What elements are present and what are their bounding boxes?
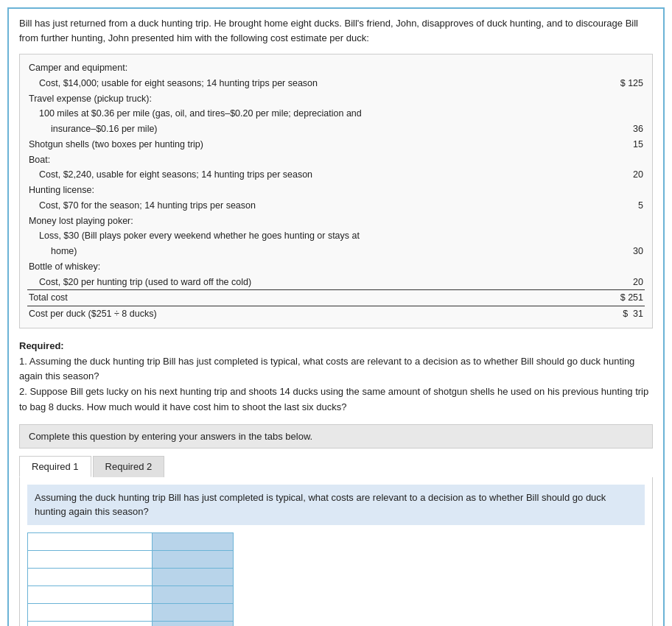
tab-required-1[interactable]: Required 1 xyxy=(19,456,91,477)
item-amount xyxy=(601,91,645,107)
answer-input-cell-2[interactable] xyxy=(153,550,234,568)
tab-required-1-label: Required 1 xyxy=(32,461,79,472)
cost-per-duck-row: Cost per duck ($251 ÷ 8 ducks) $ 31 xyxy=(27,306,645,322)
answer-label-4 xyxy=(28,585,153,603)
answer-row-1 xyxy=(28,532,234,550)
item-label: home) xyxy=(27,244,601,259)
tab-content-required-1: Assuming the duck hunting trip Bill has … xyxy=(19,477,653,626)
item-amount: 36 xyxy=(601,122,645,137)
answer-label-1 xyxy=(28,532,153,550)
item-amount xyxy=(601,106,645,122)
required-q2: 2. Suppose Bill gets lucky on his next h… xyxy=(19,384,653,415)
total-label: Total cost xyxy=(27,290,601,306)
item-amount: 20 xyxy=(601,167,645,183)
answer-input-3[interactable] xyxy=(155,572,230,583)
item-label: Cost, $2,240, usable for eight seasons; … xyxy=(27,167,601,183)
table-row: Cost, $14,000; usable for eight seasons;… xyxy=(27,76,645,91)
item-label: insurance–$0.16 per mile) xyxy=(27,122,601,137)
table-row: Cost, $20 per hunting trip (used to ward… xyxy=(27,275,645,290)
table-row: Travel expense (pickup truck): xyxy=(27,91,645,107)
item-label: Boat: xyxy=(27,152,601,168)
answer-row-3 xyxy=(28,568,234,585)
item-amount: 30 xyxy=(601,244,645,259)
item-label: Cost, $20 per hunting trip (used to ward… xyxy=(27,275,601,290)
item-amount xyxy=(601,259,645,275)
answer-input-1[interactable] xyxy=(155,537,230,547)
table-row: Cost, $2,240, usable for eight seasons; … xyxy=(27,167,645,183)
tab-required-2[interactable]: Required 2 xyxy=(93,456,165,477)
total-row: Total cost $ 251 xyxy=(27,290,645,306)
tab1-description: Assuming the duck hunting trip Bill has … xyxy=(27,485,645,525)
main-container: Bill has just returned from a duck hunti… xyxy=(7,7,665,626)
item-label: Loss, $30 (Bill plays poker every weeken… xyxy=(27,228,601,244)
item-label: Cost, $70 for the season; 14 hunting tri… xyxy=(27,198,601,214)
answer-input-cell-4[interactable] xyxy=(153,585,234,603)
required-q1: 1. Assuming the duck hunting trip Bill h… xyxy=(19,354,653,385)
item-amount xyxy=(601,152,645,168)
tabs-row: Required 1 Required 2 xyxy=(19,456,653,477)
answer-total-row: Total $ xyxy=(28,621,234,626)
cost-per-duck-label: Cost per duck ($251 ÷ 8 ducks) xyxy=(27,306,601,322)
answer-input-cell-1[interactable] xyxy=(153,532,234,550)
table-row: Bottle of whiskey: xyxy=(27,259,645,275)
answer-label-3 xyxy=(28,568,153,585)
item-label: Shotgun shells (two boxes per hunting tr… xyxy=(27,137,601,152)
item-amount xyxy=(601,228,645,244)
table-row: Shotgun shells (two boxes per hunting tr… xyxy=(27,137,645,152)
answer-input-cell-5[interactable] xyxy=(153,603,234,621)
answer-label-2 xyxy=(28,550,153,568)
item-label: Travel expense (pickup truck): xyxy=(27,91,601,107)
item-label: Bottle of whiskey: xyxy=(27,259,601,275)
item-amount xyxy=(601,214,645,229)
table-row: Camper and equipment: xyxy=(27,60,645,76)
table-row: 100 miles at $0.36 per mile (gas, oil, a… xyxy=(27,106,645,122)
answer-label-5 xyxy=(28,603,153,621)
item-label: 100 miles at $0.36 per mile (gas, oil, a… xyxy=(27,106,601,122)
complete-instruction-text: Complete this question by entering your … xyxy=(29,431,312,442)
complete-instruction-box: Complete this question by entering your … xyxy=(19,424,653,449)
cost-per-duck-amount: $ 31 xyxy=(601,306,645,322)
item-amount: 5 xyxy=(601,198,645,214)
table-row: Boat: xyxy=(27,152,645,168)
answer-row-4 xyxy=(28,585,234,603)
item-label: Money lost playing poker: xyxy=(27,214,601,229)
cost-estimate-table: Camper and equipment: Cost, $14,000; usa… xyxy=(19,54,653,328)
required-section: Required: 1. Assuming the duck hunting t… xyxy=(19,339,653,415)
item-amount: $ 125 xyxy=(601,76,645,91)
table-row: insurance–$0.16 per mile) 36 xyxy=(27,122,645,137)
item-amount: 15 xyxy=(601,137,645,152)
answer-table: Total $ xyxy=(27,532,234,626)
total-amount: $ 251 xyxy=(601,290,645,306)
item-amount xyxy=(601,183,645,198)
item-amount xyxy=(601,60,645,76)
answer-total-label: Total xyxy=(28,621,153,626)
tab-required-2-label: Required 2 xyxy=(105,461,153,472)
item-label: Hunting license: xyxy=(27,183,601,198)
item-label: Cost, $14,000; usable for eight seasons;… xyxy=(27,76,601,91)
answer-input-2[interactable] xyxy=(155,555,230,565)
required-label: Required: xyxy=(19,340,64,351)
table-row: home) 30 xyxy=(27,244,645,259)
table-row: Cost, $70 for the season; 14 hunting tri… xyxy=(27,198,645,214)
table-row: Money lost playing poker: xyxy=(27,214,645,229)
table-row: Hunting license: xyxy=(27,183,645,198)
item-label: Camper and equipment: xyxy=(27,60,601,76)
answer-input-5[interactable] xyxy=(155,608,230,618)
table-row: Loss, $30 (Bill plays poker every weeken… xyxy=(27,228,645,244)
answer-row-5 xyxy=(28,603,234,621)
answer-input-4[interactable] xyxy=(155,590,230,600)
answer-total-input-cell: $ xyxy=(153,621,234,626)
intro-paragraph: Bill has just returned from a duck hunti… xyxy=(19,16,653,45)
answer-row-2 xyxy=(28,550,234,568)
answer-input-cell-3[interactable] xyxy=(153,568,234,585)
item-amount: 20 xyxy=(601,275,645,290)
